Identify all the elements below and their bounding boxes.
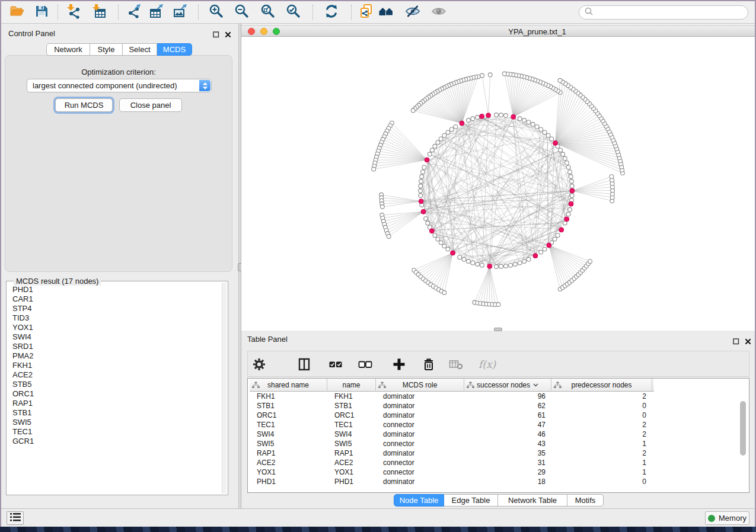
table-row[interactable]: ORC1ORC1dominator610: [250, 411, 749, 420]
mcds-result-item[interactable]: SRD1: [12, 342, 222, 351]
table-row[interactable]: ACE2ACE2connector311: [250, 458, 749, 467]
run-mcds-button[interactable]: Run MCDS: [55, 98, 113, 112]
table-row[interactable]: PHD1PHD1dominator180: [250, 477, 749, 486]
table-row[interactable]: SWI4SWI4dominator462: [250, 430, 749, 439]
table-row[interactable]: FKH1FKH1dominator962: [250, 392, 749, 401]
import-network-button[interactable]: [64, 4, 83, 21]
column-header-successor-nodes[interactable]: successor nodes: [464, 379, 551, 392]
table-cell: 1: [551, 439, 652, 448]
table-cell: 0: [551, 401, 652, 411]
tab-node-table[interactable]: Node Table: [394, 494, 444, 507]
import-table-button[interactable]: [90, 4, 109, 21]
search-field[interactable]: [579, 5, 748, 20]
export-image-button[interactable]: [171, 4, 190, 21]
search-input[interactable]: [596, 8, 748, 17]
table-row[interactable]: YOX1YOX1connector291: [250, 467, 749, 477]
table-cell: 2: [551, 448, 652, 458]
search-icon: [585, 7, 593, 18]
mcds-result-item[interactable]: STB1: [12, 408, 222, 418]
column-header-name[interactable]: name: [327, 379, 376, 392]
table-panel-close-icon[interactable]: [745, 336, 751, 347]
column-header-predecessor-nodes[interactable]: predecessor nodes: [551, 379, 652, 392]
save-session-button[interactable]: [32, 4, 51, 21]
maximize-traffic-light[interactable]: [273, 28, 280, 35]
mcds-result-item[interactable]: FKH1: [12, 361, 222, 370]
tab-network[interactable]: Network: [46, 43, 90, 56]
table-cell: 2: [551, 392, 652, 401]
zoom-selected-button[interactable]: [284, 4, 303, 21]
mcds-result-item[interactable]: STP4: [12, 304, 222, 313]
hide-selected-button[interactable]: [403, 4, 422, 21]
mcds-result-item[interactable]: YOX1: [12, 323, 222, 332]
mcds-result-item[interactable]: ORC1: [12, 389, 222, 399]
mcds-result-item[interactable]: STB5: [12, 380, 222, 389]
memory-status-icon: [708, 515, 715, 522]
hide-selected-icon: [405, 4, 420, 21]
zoom-fit-button[interactable]: [259, 4, 277, 21]
table-row[interactable]: TEC1TEC1connector472: [250, 420, 749, 430]
control-panel-float-icon[interactable]: [213, 30, 219, 40]
export-table-button[interactable]: [147, 4, 166, 21]
control-panel-close-icon[interactable]: [225, 30, 231, 40]
minimize-traffic-light[interactable]: [260, 28, 267, 35]
tab-mcds[interactable]: MCDS: [157, 43, 192, 56]
zoom-in-button[interactable]: [207, 4, 226, 21]
show-all-button[interactable]: [429, 4, 448, 21]
refresh-view-button[interactable]: [322, 4, 341, 21]
table-row[interactable]: RAP1RAP1dominator352: [250, 448, 749, 458]
tab-select[interactable]: Select: [123, 43, 157, 56]
control-panel-title: Control Panel: [8, 29, 55, 38]
toolbar-separator: [351, 5, 352, 20]
zoom-out-button[interactable]: [232, 4, 251, 21]
mcds-result-item[interactable]: SWI5: [12, 418, 222, 427]
horizontal-splitter-handle[interactable]: [494, 328, 502, 331]
table-cell: ACE2: [327, 458, 376, 467]
optimization-criterion-select[interactable]: largest connected component (undirected): [27, 79, 212, 92]
refresh-view-icon: [324, 4, 339, 21]
mcds-result-item[interactable]: CAR1: [12, 294, 222, 304]
table-cell: PHD1: [327, 477, 376, 486]
mcds-result-scrollbar[interactable]: [222, 283, 227, 493]
mcds-result-item[interactable]: RAP1: [12, 399, 222, 408]
panel-list-button[interactable]: [7, 511, 24, 525]
tab-network-table[interactable]: Network Table: [498, 494, 567, 507]
table-cell: 2: [551, 430, 652, 439]
select-stepper-icon[interactable]: [199, 80, 210, 91]
column-header-MCDS-role[interactable]: MCDS role: [376, 379, 464, 392]
status-bar: Memory: [1, 508, 755, 527]
tab-edge-table[interactable]: Edge Table: [444, 494, 498, 507]
close-panel-button[interactable]: Close panel: [119, 98, 182, 112]
select-all-rows-button[interactable]: [328, 357, 343, 374]
network-window-titlebar[interactable]: YPA_prune.txt_1: [241, 25, 755, 37]
criterion-selected-value: largest connected component (undirected): [33, 81, 177, 90]
tab-motifs[interactable]: Motifs: [567, 494, 604, 507]
mcds-result-item[interactable]: SWI4: [12, 332, 222, 342]
first-neighbors-button[interactable]: [377, 4, 395, 21]
settings-button[interactable]: [251, 357, 267, 374]
table-panel-float-icon[interactable]: [733, 336, 739, 347]
add-column-button[interactable]: [391, 357, 407, 374]
memory-button[interactable]: Memory: [705, 511, 749, 525]
export-network-button[interactable]: [125, 4, 143, 21]
mcds-result-item[interactable]: TEC1: [12, 427, 222, 437]
first-neighbors-icon: [378, 4, 394, 21]
mcds-result-item[interactable]: PMA2: [12, 351, 222, 361]
duplicate-network-button[interactable]: [357, 4, 376, 21]
column-header-shared-name[interactable]: shared name: [250, 379, 327, 392]
open-file-button[interactable]: [7, 4, 26, 21]
mcds-result-item[interactable]: GCR1: [12, 437, 222, 446]
application-window: Control Panel NetworkStyleSelectMCDS Opt…: [1, 1, 755, 527]
save-session-icon: [34, 4, 49, 21]
table-row[interactable]: STB1STB1dominator620: [250, 401, 749, 411]
mcds-result-item[interactable]: TID3: [12, 313, 222, 323]
table-row[interactable]: SWI5SWI5connector431: [250, 439, 749, 448]
tab-style[interactable]: Style: [90, 43, 123, 56]
close-traffic-light[interactable]: [248, 28, 255, 35]
mcds-result-item[interactable]: ACE2: [12, 370, 222, 380]
mcds-result-item[interactable]: PHD1: [12, 285, 222, 294]
column-layout-button[interactable]: [296, 357, 312, 374]
network-view-canvas[interactable]: [241, 37, 755, 331]
delete-column-button[interactable]: [421, 357, 436, 374]
deselect-all-rows-button[interactable]: [358, 357, 373, 374]
node-table-scrollbar[interactable]: [740, 401, 746, 456]
